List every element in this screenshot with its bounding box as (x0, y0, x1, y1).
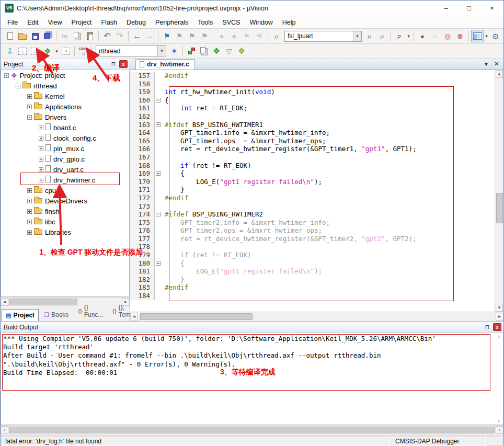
translate-file-button[interactable]: ⇩ (4, 45, 16, 58)
tree-item-cpu[interactable]: +cpu (1, 185, 129, 196)
redo-button[interactable]: ↷ (113, 30, 126, 42)
tree-item-drv-gpio-c[interactable]: +drv_gpio.c (1, 154, 129, 164)
fold-collapse-icon[interactable]: − (156, 171, 161, 176)
fold-collapse-icon[interactable]: − (156, 122, 161, 127)
tab-list-caret-icon[interactable]: ▼ (484, 61, 489, 67)
resize-grip[interactable]: ⋰ (487, 437, 502, 446)
manage-rte-button[interactable] (185, 45, 198, 58)
window-layout-button[interactable] (471, 30, 484, 42)
breakpoint-disable-all-button[interactable]: ◎ (441, 30, 454, 42)
menu-view[interactable]: View (43, 17, 67, 28)
build-button[interactable]: ↓ (16, 45, 29, 58)
menu-help[interactable]: Help (278, 17, 301, 28)
expand-icon[interactable]: + (27, 230, 32, 235)
incremental-find-button[interactable]: ⌕ (376, 30, 388, 42)
expand-icon[interactable]: + (39, 157, 43, 162)
panel-tab-project[interactable]: ▤Project (2, 309, 39, 321)
search-dropdown-button[interactable]: ⌕ (393, 30, 406, 42)
expand-icon[interactable]: + (27, 220, 32, 224)
batch-build-caret[interactable]: ▾ (54, 45, 60, 58)
close-button[interactable]: × (480, 1, 503, 16)
fold-collapse-icon[interactable]: − (156, 98, 161, 102)
file-extensions-funnel-button[interactable]: ▽ (223, 45, 235, 58)
comment-button[interactable]: /≡ (240, 30, 253, 42)
window-layout-caret[interactable]: ▾ (484, 30, 489, 42)
new-file-button[interactable] (4, 30, 16, 42)
editor-close-icon[interactable]: ✕ (494, 60, 499, 67)
tree-item-devicedrivers[interactable]: +DeviceDrivers (1, 196, 129, 206)
editor-hscrollbar[interactable]: ◄ ► (130, 312, 503, 321)
breakpoint-kill-all-button[interactable]: ⊗ (454, 30, 466, 42)
expand-icon[interactable]: + (27, 105, 32, 109)
breakpoint-insert-button[interactable]: ● (416, 30, 429, 42)
project-tree[interactable]: -❖Project: project-rtthread+Kernel+Appli… (1, 70, 130, 297)
multi-project-diamond-button[interactable]: ❖ (235, 45, 248, 58)
expand-icon[interactable]: + (27, 188, 32, 193)
search-combo[interactable]: fsl_lpuart▼ (284, 31, 362, 42)
expand-icon[interactable]: + (39, 178, 43, 182)
find-text-button[interactable]: ⌕ (363, 30, 376, 42)
build-output-close-icon[interactable]: x (493, 323, 501, 331)
tree-item-kernel[interactable]: +Kernel (1, 91, 129, 101)
manage-project-items-button[interactable] (198, 45, 210, 58)
scroll-up-arrow[interactable]: ▲ (496, 70, 503, 78)
project-diamond-button[interactable]: ❖ (210, 45, 223, 58)
minimize-button[interactable]: – (434, 1, 457, 16)
menu-peripherals[interactable]: Peripherals (151, 17, 193, 28)
stop-build-button[interactable]: ✕ (60, 45, 72, 58)
bookmark-clear-all-button[interactable]: ⚑ (198, 30, 211, 42)
project-hscrollbar[interactable]: ◄ ► (1, 297, 130, 306)
tree-item-pin-mux-c[interactable]: +pin_mux.c (1, 143, 129, 154)
menu-debug[interactable]: Debug (122, 17, 151, 28)
scroll-down-arrow[interactable]: ▼ (496, 304, 503, 312)
batch-build-button[interactable]: ❖ (41, 45, 54, 58)
chevron-down-icon[interactable]: ▼ (353, 31, 361, 41)
build-output-vscrollbar[interactable]: ∧∨ (495, 334, 502, 424)
collapse-icon[interactable]: - (16, 84, 20, 88)
expand-icon[interactable]: + (39, 125, 43, 130)
expand-icon[interactable]: + (39, 136, 43, 141)
save-button[interactable] (29, 30, 41, 42)
tree-item-finsh[interactable]: +finsh (1, 206, 129, 216)
scroll-left-arrow[interactable]: ◄ (1, 298, 8, 306)
configure-wrench-button[interactable]: ⚙ (489, 30, 502, 42)
outdent-button[interactable]: « (228, 30, 240, 42)
panel-tab-books[interactable]: ❐Books (40, 308, 73, 321)
fold-collapse-icon[interactable]: − (156, 261, 161, 266)
maximize-button[interactable]: □ (457, 1, 480, 16)
expand-icon[interactable]: + (27, 209, 32, 214)
navigate-forward-button[interactable]: → (143, 30, 156, 42)
undo-button[interactable]: ↶ (101, 30, 113, 42)
expand-icon[interactable]: + (39, 167, 43, 172)
build-output-content[interactable]: *** Using Compiler 'V5.06 update 6 (buil… (1, 333, 503, 425)
expand-icon[interactable]: + (27, 94, 32, 99)
find-in-files-button[interactable]: ⌕ (270, 30, 283, 42)
open-file-button[interactable] (16, 30, 29, 42)
target-combo[interactable]: rtthread▼ (96, 45, 166, 56)
menu-svcs[interactable]: SVCS (217, 17, 245, 28)
editor-tab-drv-hwtimer[interactable]: drv_hwtimer.c (135, 59, 195, 70)
indent-button[interactable]: » (215, 30, 228, 42)
scroll-left-arrow[interactable]: ◄ (130, 313, 138, 321)
menu-window[interactable]: Window (245, 17, 277, 28)
breakpoint-enable-button[interactable]: ○ (429, 30, 441, 42)
chevron-down-icon[interactable]: ▼ (157, 46, 166, 56)
menu-edit[interactable]: Edit (22, 17, 43, 28)
uncomment-button[interactable]: ≡/ (253, 30, 266, 42)
menu-tools[interactable]: Tools (193, 17, 217, 28)
tree-item-drv-uart-c[interactable]: +drv_uart.c (1, 164, 129, 175)
tree-item-applications[interactable]: +Applications (1, 101, 129, 112)
scroll-right-arrow[interactable]: › (496, 426, 503, 434)
navigate-back-button[interactable]: ← (131, 30, 143, 42)
menu-flash[interactable]: Flash (96, 17, 122, 28)
scroll-left-arrow[interactable]: ‹ (1, 426, 8, 434)
build-output-hscrollbar[interactable]: ‹ › (1, 425, 503, 434)
pin-icon[interactable]: ⊓ (109, 60, 118, 68)
menu-file[interactable]: File (3, 17, 22, 28)
project-panel-close-icon[interactable]: x (119, 60, 128, 68)
tree-item-board-c[interactable]: +board.c (1, 122, 129, 133)
tree-item-drivers[interactable]: -Drivers (1, 112, 129, 122)
editor-vscrollbar[interactable]: ▲ ▼ (495, 70, 503, 312)
bookmark-prev-button[interactable]: ⚑ (186, 30, 198, 42)
paste-button[interactable] (84, 30, 96, 42)
